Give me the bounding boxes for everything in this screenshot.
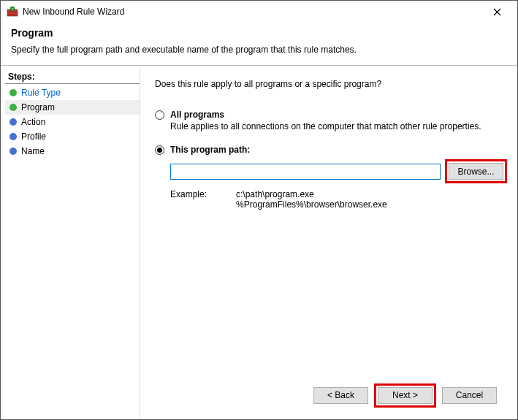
back-button[interactable]: < Back (313, 387, 368, 404)
browse-button[interactable]: Browse... (449, 163, 503, 180)
svg-rect-3 (7, 14, 18, 15)
option-program-path[interactable]: This program path: Browse... Example: c:… (155, 145, 507, 210)
step-label: Action (21, 117, 45, 127)
step-bullet-icon (9, 104, 17, 111)
step-rule-type[interactable]: Rule Type (5, 85, 140, 100)
step-label: Name (21, 146, 45, 156)
cancel-button[interactable]: Cancel (442, 387, 497, 404)
option-all-title: All programs (170, 110, 224, 120)
step-label: Profile (21, 131, 46, 142)
wizard-body: Steps: Rule Type Program Action Profile … (1, 66, 517, 419)
wizard-footer: < Back Next > Cancel (155, 377, 507, 413)
radio-program-path[interactable] (155, 145, 164, 155)
option-all-programs[interactable]: All programs Rule applies to all connect… (155, 110, 507, 131)
close-button[interactable] (482, 1, 511, 22)
step-name[interactable]: Name (5, 144, 140, 159)
example-paths: c:\path\program.exe %ProgramFiles%\brows… (236, 189, 387, 210)
close-icon (493, 8, 501, 16)
steps-title: Steps: (5, 70, 140, 84)
steps-sidebar: Steps: Rule Type Program Action Profile … (1, 66, 140, 419)
step-label: Program (21, 102, 55, 112)
wizard-content: Does this rule apply to all programs or … (140, 66, 517, 419)
step-bullet-icon (9, 133, 17, 140)
highlight-next: Next > (374, 383, 436, 408)
page-title: Program (11, 27, 507, 39)
svg-rect-2 (7, 12, 18, 12)
step-bullet-icon (9, 89, 17, 96)
wizard-header: Program Specify the full program path an… (1, 23, 517, 66)
prompt-text: Does this rule apply to all programs or … (155, 79, 507, 89)
page-subtitle: Specify the full program path and execut… (11, 45, 507, 55)
radio-all-programs[interactable] (155, 110, 164, 120)
step-bullet-icon (9, 118, 17, 126)
option-all-desc: Rule applies to all connections on the c… (170, 121, 507, 131)
highlight-browse: Browse... (445, 159, 507, 183)
firewall-icon (7, 6, 18, 18)
step-action[interactable]: Action (5, 115, 140, 129)
svg-point-7 (11, 7, 13, 9)
window-title: New Inbound Rule Wizard (23, 7, 482, 17)
program-path-input[interactable] (170, 164, 441, 180)
step-bullet-icon (9, 148, 17, 155)
step-label: Rule Type (21, 88, 61, 98)
example-label: Example: (170, 189, 207, 210)
option-path-title: This program path: (170, 145, 250, 155)
step-program[interactable]: Program (5, 100, 140, 115)
next-button[interactable]: Next > (378, 387, 433, 404)
step-profile[interactable]: Profile (5, 129, 140, 144)
wizard-window: New Inbound Rule Wizard Program Specify … (0, 0, 518, 420)
titlebar: New Inbound Rule Wizard (1, 1, 517, 23)
